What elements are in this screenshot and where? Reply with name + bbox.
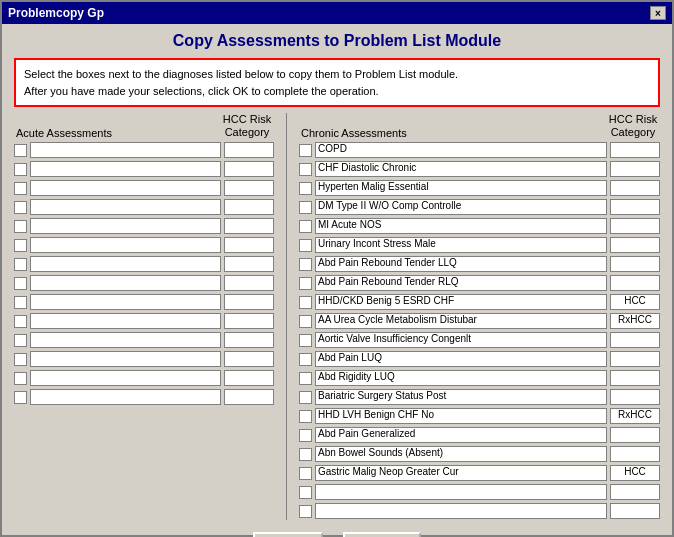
chronic-row-hcc-2 <box>610 180 660 196</box>
table-row: HHD LVH Benign CHF NoRxHCC <box>299 407 660 425</box>
acute-row-checkbox-8[interactable] <box>14 296 27 309</box>
acute-row-hcc-5 <box>224 237 274 253</box>
acute-row-checkbox-6[interactable] <box>14 258 27 271</box>
table-row: Bariatric Surgery Status Post <box>299 388 660 406</box>
chronic-column-header: Chronic Assessments HCC RiskCategory <box>299 113 660 139</box>
chronic-row-checkbox-2[interactable] <box>299 182 312 195</box>
content-area: Copy Assessments to Problem List Module … <box>2 24 672 537</box>
chronic-row-hcc-6 <box>610 256 660 272</box>
chronic-row-hcc-12 <box>610 370 660 386</box>
table-row: Gastric Malig Neop Greater CurHCC <box>299 464 660 482</box>
chronic-row-text-10: Aortic Valve Insufficiency Congenlt <box>315 332 607 348</box>
acute-row-checkbox-11[interactable] <box>14 353 27 366</box>
acute-row-text-12 <box>30 370 221 386</box>
chronic-row-hcc-19 <box>610 503 660 519</box>
chronic-row-text-3: DM Type II W/O Comp Controlle <box>315 199 607 215</box>
acute-row-checkbox-7[interactable] <box>14 277 27 290</box>
chronic-row-hcc-1 <box>610 161 660 177</box>
chronic-row-checkbox-9[interactable] <box>299 315 312 328</box>
acute-row-hcc-7 <box>224 275 274 291</box>
column-divider <box>286 113 287 520</box>
chronic-row-text-11: Abd Pain LUQ <box>315 351 607 367</box>
chronic-row-checkbox-18[interactable] <box>299 486 312 499</box>
table-row <box>14 293 274 311</box>
chronic-row-text-14: HHD LVH Benign CHF No <box>315 408 607 424</box>
chronic-row-hcc-16 <box>610 446 660 462</box>
chronic-row-checkbox-5[interactable] <box>299 239 312 252</box>
chronic-row-checkbox-0[interactable] <box>299 144 312 157</box>
chronic-row-checkbox-4[interactable] <box>299 220 312 233</box>
instruction-box: Select the boxes next to the diagnoses l… <box>14 58 660 107</box>
chronic-row-hcc-10 <box>610 332 660 348</box>
chronic-row-checkbox-14[interactable] <box>299 410 312 423</box>
table-row: Abd Pain Rebound Tender LLQ <box>299 255 660 273</box>
chronic-row-checkbox-7[interactable] <box>299 277 312 290</box>
table-row <box>14 160 274 178</box>
acute-row-checkbox-5[interactable] <box>14 239 27 252</box>
acute-row-checkbox-9[interactable] <box>14 315 27 328</box>
acute-row-hcc-10 <box>224 332 274 348</box>
chronic-row-checkbox-13[interactable] <box>299 391 312 404</box>
table-row <box>14 217 274 235</box>
table-row: Aortic Valve Insufficiency Congenlt <box>299 331 660 349</box>
ok-button[interactable]: OK <box>253 532 323 537</box>
acute-row-checkbox-0[interactable] <box>14 144 27 157</box>
chronic-row-hcc-9: RxHCC <box>610 313 660 329</box>
table-row: MI Acute NOS <box>299 217 660 235</box>
chronic-row-checkbox-12[interactable] <box>299 372 312 385</box>
chronic-row-checkbox-19[interactable] <box>299 505 312 518</box>
table-row <box>299 502 660 520</box>
acute-row-hcc-0 <box>224 142 274 158</box>
title-bar: Problemcopy Gp × <box>2 2 672 24</box>
acute-hcc-label: HCC RiskCategory <box>222 113 272 139</box>
table-row <box>299 483 660 501</box>
chronic-row-checkbox-17[interactable] <box>299 467 312 480</box>
chronic-row-text-1: CHF Diastolic Chronic <box>315 161 607 177</box>
chronic-row-checkbox-16[interactable] <box>299 448 312 461</box>
acute-column-header: Acute Assessments HCC RiskCategory <box>14 113 274 139</box>
chronic-row-text-0: COPD <box>315 142 607 158</box>
table-row: Abn Bowel Sounds (Absent) <box>299 445 660 463</box>
cancel-button[interactable]: Cancel <box>343 532 421 537</box>
acute-row-checkbox-2[interactable] <box>14 182 27 195</box>
acute-row-text-1 <box>30 161 221 177</box>
acute-row-hcc-12 <box>224 370 274 386</box>
chronic-row-text-9: AA Urea Cycle Metabolism Distubar <box>315 313 607 329</box>
chronic-row-checkbox-11[interactable] <box>299 353 312 366</box>
acute-row-checkbox-13[interactable] <box>14 391 27 404</box>
chronic-row-hcc-11 <box>610 351 660 367</box>
acute-row-text-6 <box>30 256 221 272</box>
table-row <box>14 274 274 292</box>
chronic-row-text-2: Hyperten Malig Essential <box>315 180 607 196</box>
chronic-column-title: Chronic Assessments <box>301 127 407 139</box>
table-row: AA Urea Cycle Metabolism DistubarRxHCC <box>299 312 660 330</box>
chronic-row-checkbox-15[interactable] <box>299 429 312 442</box>
acute-row-checkbox-1[interactable] <box>14 163 27 176</box>
acute-row-hcc-6 <box>224 256 274 272</box>
chronic-row-hcc-4 <box>610 218 660 234</box>
chronic-row-checkbox-10[interactable] <box>299 334 312 347</box>
table-row: Abd Rigidity LUQ <box>299 369 660 387</box>
chronic-row-text-6: Abd Pain Rebound Tender LLQ <box>315 256 607 272</box>
table-row <box>14 388 274 406</box>
acute-row-checkbox-3[interactable] <box>14 201 27 214</box>
chronic-row-checkbox-6[interactable] <box>299 258 312 271</box>
acute-row-checkbox-4[interactable] <box>14 220 27 233</box>
acute-row-text-7 <box>30 275 221 291</box>
acute-row-checkbox-10[interactable] <box>14 334 27 347</box>
acute-row-hcc-13 <box>224 389 274 405</box>
instruction-line2: After you have made your selections, cli… <box>24 85 379 97</box>
acute-row-checkbox-12[interactable] <box>14 372 27 385</box>
chronic-row-checkbox-8[interactable] <box>299 296 312 309</box>
table-row: CHF Diastolic Chronic <box>299 160 660 178</box>
close-button[interactable]: × <box>650 6 666 20</box>
acute-row-text-9 <box>30 313 221 329</box>
page-title: Copy Assessments to Problem List Module <box>14 32 660 50</box>
chronic-row-checkbox-3[interactable] <box>299 201 312 214</box>
chronic-row-text-18 <box>315 484 607 500</box>
chronic-row-checkbox-1[interactable] <box>299 163 312 176</box>
chronic-row-hcc-7 <box>610 275 660 291</box>
window-title: Problemcopy Gp <box>8 6 104 20</box>
chronic-row-text-5: Urinary Incont Stress Male <box>315 237 607 253</box>
table-row: HHD/CKD Benig 5 ESRD CHFHCC <box>299 293 660 311</box>
